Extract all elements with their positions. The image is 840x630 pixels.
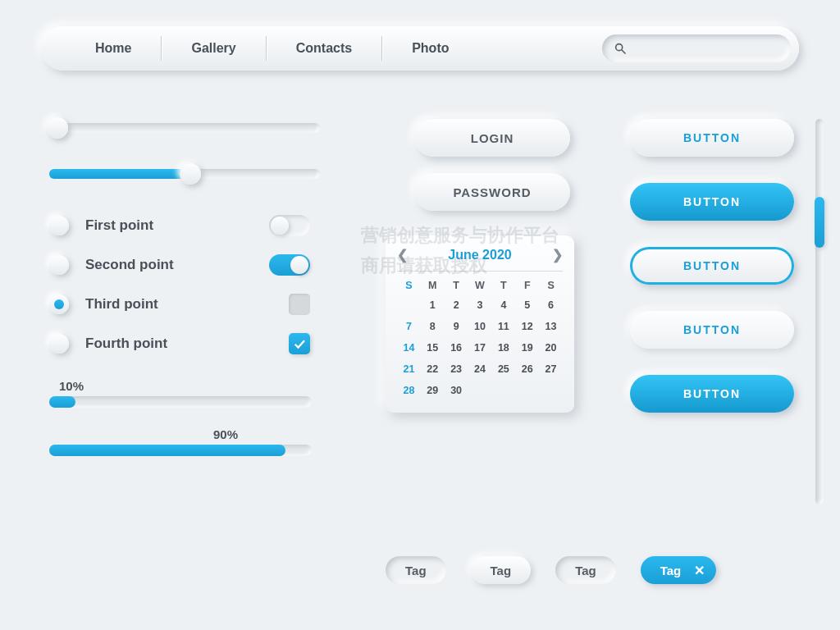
calendar-dow: T [445, 278, 468, 293]
radio-button[interactable] [49, 255, 69, 275]
calendar-day[interactable]: 30 [445, 383, 468, 398]
calendar-day[interactable]: 9 [445, 319, 468, 334]
calendar-next-icon[interactable]: ❯ [552, 247, 563, 262]
svg-line-1 [622, 50, 625, 53]
checkbox[interactable] [289, 333, 310, 354]
calendar-day[interactable]: 18 [491, 340, 515, 355]
password-input[interactable]: PASSWORD [414, 173, 570, 211]
search-input[interactable] [602, 34, 791, 62]
calendar-dow: F [515, 278, 539, 293]
calendar-dow: S [397, 278, 421, 293]
button-blue[interactable]: BUTTON [630, 375, 794, 413]
tag-blue[interactable]: Tag✕ [641, 556, 717, 584]
progress-bar-1 [49, 396, 312, 408]
calendar-day[interactable]: 4 [491, 298, 515, 313]
nav-gallery[interactable]: Gallery [162, 36, 265, 61]
calendar-dow: W [468, 278, 492, 293]
calendar-day[interactable]: 10 [468, 319, 492, 334]
button-neumorph[interactable]: BUTTON [630, 119, 794, 157]
tag-label: Tag [405, 564, 427, 578]
tag-label: Tag [660, 564, 682, 578]
calendar-day[interactable]: 16 [445, 340, 468, 355]
calendar-day[interactable]: 26 [515, 362, 539, 377]
calendar-day[interactable]: 6 [539, 298, 563, 313]
calendar-day[interactable]: 20 [539, 340, 563, 355]
calendar-day[interactable]: 22 [421, 362, 445, 377]
button-blue[interactable]: BUTTON [630, 183, 794, 221]
radio-button[interactable] [49, 294, 69, 314]
calendar-day[interactable]: 14 [397, 340, 421, 355]
scrollbar-handle[interactable] [815, 197, 824, 248]
calendar-day[interactable]: 24 [468, 362, 492, 377]
progress-bar-2 [49, 445, 312, 456]
button-flat[interactable]: BUTTON [630, 311, 794, 349]
slider-thumb[interactable] [47, 117, 68, 139]
calendar-day[interactable]: 5 [515, 298, 539, 313]
toggle-switch[interactable] [269, 215, 310, 236]
tag-inset[interactable]: Tag [386, 556, 446, 584]
calendar-day[interactable]: 23 [445, 362, 468, 377]
calendar-title: June 2020 [448, 248, 511, 262]
tag-label: Tag [491, 564, 512, 578]
slider-2[interactable] [49, 169, 320, 179]
radio-row: First point [49, 215, 345, 236]
nav-home[interactable]: Home [66, 36, 161, 61]
calendar: ❮ June 2020 ❯ SMTWTFS 123456789101112131… [386, 235, 574, 413]
calendar-day[interactable]: 3 [468, 298, 492, 313]
progress-label: 90% [213, 427, 345, 441]
radio-label: Third point [85, 296, 158, 313]
calendar-day[interactable]: 19 [515, 340, 539, 355]
calendar-day[interactable]: 13 [539, 319, 563, 334]
calendar-prev-icon[interactable]: ❮ [397, 247, 408, 262]
calendar-dow: M [421, 278, 445, 293]
radio-row: Fourth point [49, 333, 345, 354]
checkbox[interactable] [289, 294, 310, 315]
divider [397, 271, 563, 272]
calendar-day[interactable]: 27 [539, 362, 563, 377]
login-input[interactable]: LOGIN [414, 119, 570, 157]
radio-button[interactable] [49, 334, 69, 354]
search-icon [614, 42, 627, 55]
calendar-day[interactable]: 29 [421, 383, 445, 398]
close-icon[interactable]: ✕ [694, 563, 705, 578]
nav-contacts[interactable]: Contacts [267, 36, 381, 61]
scrollbar-track[interactable] [815, 119, 824, 504]
radio-row: Third point [49, 294, 345, 315]
tag-inset[interactable]: Tag [555, 556, 616, 584]
toggle-switch[interactable] [269, 254, 310, 276]
calendar-day[interactable]: 2 [445, 298, 468, 313]
calendar-day[interactable]: 17 [468, 340, 492, 355]
radio-label: Fourth point [85, 336, 167, 352]
calendar-day[interactable]: 8 [421, 319, 445, 334]
calendar-day[interactable]: 12 [515, 319, 539, 334]
radio-row: Second point [49, 254, 345, 276]
radio-label: Second point [85, 257, 174, 273]
calendar-day[interactable]: 21 [397, 362, 421, 377]
calendar-day[interactable]: 15 [421, 340, 445, 355]
progress-label: 10% [59, 379, 345, 393]
tag-label: Tag [575, 564, 596, 578]
calendar-day[interactable]: 25 [491, 362, 515, 377]
radio-label: First point [85, 217, 153, 234]
calendar-dow: S [539, 278, 563, 293]
calendar-day[interactable]: 28 [397, 383, 421, 398]
nav-photo[interactable]: Photo [382, 36, 478, 61]
radio-button[interactable] [49, 216, 69, 235]
calendar-day[interactable]: 1 [421, 298, 445, 313]
slider-1[interactable] [49, 123, 320, 133]
calendar-dow: T [491, 278, 515, 293]
calendar-day[interactable]: 7 [397, 319, 421, 334]
progress-group: 10% 90% [49, 379, 345, 456]
slider-thumb[interactable] [180, 163, 201, 185]
radio-list: First pointSecond pointThird pointFourth… [49, 215, 345, 354]
tag-row: TagTagTagTag✕ [386, 556, 716, 584]
tag-raised[interactable]: Tag [471, 556, 532, 584]
calendar-blank [397, 298, 421, 313]
calendar-day[interactable]: 11 [491, 319, 515, 334]
button-outline[interactable]: BUTTON [630, 247, 794, 285]
nav-bar: Home Gallery Contacts Photo [41, 26, 799, 71]
